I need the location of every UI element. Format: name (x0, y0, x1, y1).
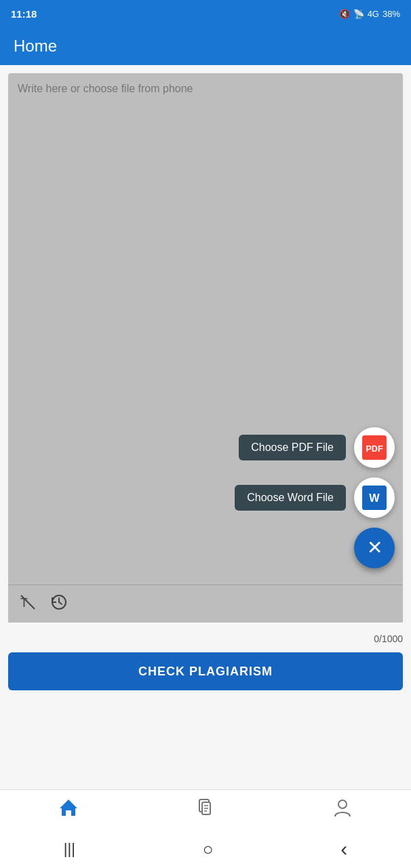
home-icon-svg (58, 797, 79, 818)
pdf-fab-row: Choose PDF File PDF (239, 427, 395, 468)
nav-home[interactable] (0, 790, 137, 830)
text-input-placeholder: Write here or choose file from phone (18, 83, 193, 94)
text-area-container[interactable]: Write here or choose file from phone Cho… (8, 73, 403, 623)
status-icons: 🔇 📡 4G 38% (339, 9, 400, 19)
app-bar: Home (0, 27, 411, 65)
bottom-nav (0, 789, 411, 830)
status-time: 11:18 (11, 8, 37, 20)
word-fab-row: Choose Word File W (235, 477, 395, 518)
word-icon-button[interactable]: W (354, 477, 395, 518)
svg-point-13 (338, 800, 347, 808)
profile-nav-icon (332, 797, 353, 823)
pdf-icon-button[interactable]: PDF (354, 427, 395, 468)
system-home-button[interactable]: ○ (203, 839, 214, 860)
status-bar: 11:18 🔇 📡 4G 38% (0, 0, 411, 27)
mute-icon: 🔇 (339, 9, 350, 19)
nav-documents[interactable] (137, 790, 274, 830)
choose-pdf-button[interactable]: Choose PDF File (239, 435, 346, 460)
fab-area: Choose PDF File PDF Choose Word File W (235, 427, 395, 568)
word-icon: W (362, 486, 387, 510)
history-icon[interactable] (50, 593, 68, 615)
documents-nav-icon (195, 797, 216, 823)
text-toolbar: T (8, 585, 403, 623)
svg-marker-7 (60, 800, 77, 816)
svg-text:W: W (369, 492, 380, 504)
documents-icon-svg (195, 797, 216, 818)
clear-format-icon: T (19, 593, 37, 611)
check-plagiarism-button[interactable]: CHECK PLAGIARISM (8, 652, 403, 690)
wifi-icon: 📡 (353, 9, 364, 19)
home-nav-icon (58, 797, 79, 823)
system-back-button[interactable]: ‹ (340, 837, 347, 861)
format-clear-icon[interactable]: T (19, 593, 37, 615)
person-icon-svg (332, 797, 353, 818)
main-content: Write here or choose file from phone Cho… (0, 65, 411, 631)
battery-text: 38% (383, 9, 400, 19)
fab-close-button[interactable]: ✕ (354, 528, 395, 568)
system-menu-button[interactable]: ||| (64, 840, 75, 858)
close-icon: ✕ (367, 538, 383, 557)
app-title: Home (14, 37, 57, 56)
choose-word-button[interactable]: Choose Word File (235, 485, 346, 511)
char-count-area: 0/1000 (0, 631, 411, 647)
nav-profile[interactable] (274, 790, 411, 830)
history-svg-icon (50, 593, 68, 611)
pdf-icon: PDF (362, 435, 387, 460)
system-nav-bar: ||| ○ ‹ (0, 830, 411, 868)
signal-icon: 4G (368, 9, 379, 19)
svg-text:PDF: PDF (366, 444, 383, 454)
char-count: 0/1000 (374, 633, 403, 644)
